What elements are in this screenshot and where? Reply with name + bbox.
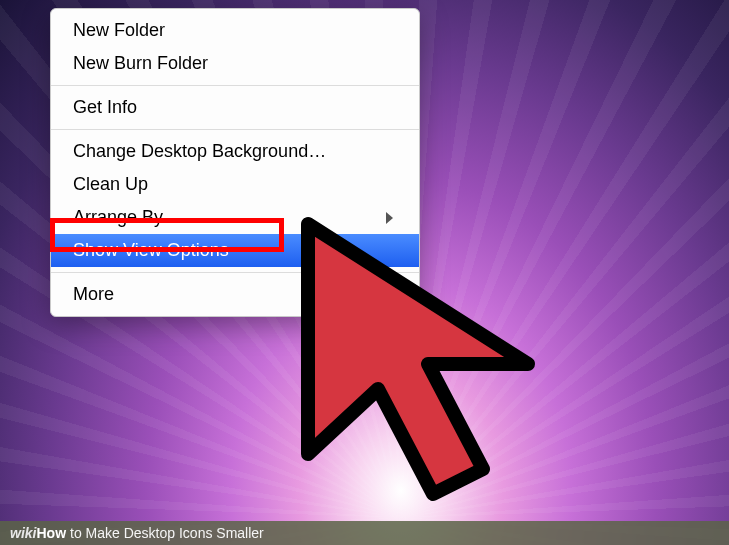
cursor-arrow-annotation <box>268 194 588 514</box>
menu-separator <box>51 85 419 86</box>
menu-item-label: Arrange By <box>73 204 163 231</box>
menu-item-new-burn-folder[interactable]: New Burn Folder <box>51 47 419 80</box>
menu-item-label: New Folder <box>73 17 165 44</box>
menu-item-get-info[interactable]: Get Info <box>51 91 419 124</box>
menu-item-label: More <box>73 281 114 308</box>
caption-how: How <box>36 525 66 541</box>
menu-separator <box>51 129 419 130</box>
menu-item-change-desktop-background[interactable]: Change Desktop Background… <box>51 135 419 168</box>
menu-item-new-folder[interactable]: New Folder <box>51 14 419 47</box>
menu-item-label: Clean Up <box>73 171 148 198</box>
menu-item-label: Get Info <box>73 94 137 121</box>
caption-title: to Make Desktop Icons Smaller <box>70 525 264 541</box>
menu-item-label: New Burn Folder <box>73 50 208 77</box>
caption-bar: wikiHow to Make Desktop Icons Smaller <box>0 521 729 545</box>
menu-item-label: Change Desktop Background… <box>73 138 326 165</box>
menu-item-label: Show View Options <box>73 237 229 264</box>
caption-wiki: wiki <box>10 525 36 541</box>
